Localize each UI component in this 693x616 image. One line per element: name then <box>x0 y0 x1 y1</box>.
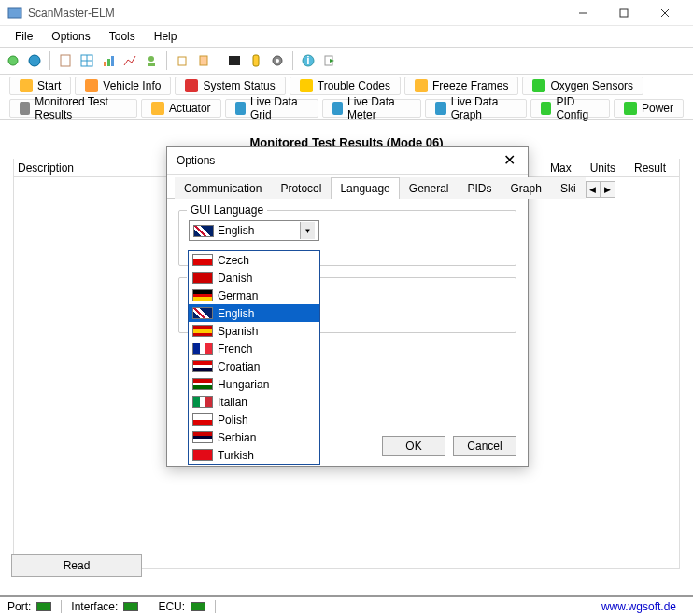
statusbar: Port: Interface: ECU: www.wgsoft.de <box>0 595 693 616</box>
flag-icon <box>192 272 213 284</box>
dialog-tab-general[interactable]: General <box>400 177 459 199</box>
language-option-hu[interactable]: Hungarian <box>189 375 319 393</box>
tool-grid-icon[interactable] <box>78 51 96 70</box>
tool-connect-icon[interactable] <box>4 51 22 70</box>
tab-actuator[interactable]: Actuator <box>141 99 221 118</box>
svg-rect-19 <box>253 55 259 66</box>
dialog-tab-language[interactable]: Language <box>331 177 399 199</box>
tool-device-icon[interactable] <box>247 51 265 70</box>
dialog-close-button[interactable]: ✕ <box>500 151 518 170</box>
language-option-en[interactable]: English <box>189 304 319 322</box>
tab-power[interactable]: Power <box>614 99 684 118</box>
dialog-tab-pids[interactable]: PIDs <box>459 177 502 199</box>
ok-button[interactable]: OK <box>382 436 446 456</box>
flag-icon <box>192 378 213 390</box>
menu-options[interactable]: Options <box>42 27 99 46</box>
tab-oxygen-sensors[interactable]: Oxygen Sensors <box>522 77 644 95</box>
tool-sheet-icon[interactable] <box>56 51 75 70</box>
dialog-tab-graph[interactable]: Graph <box>502 177 551 199</box>
language-option-label: Croatian <box>218 360 260 373</box>
language-dropdown: CzechDanishGermanEnglishSpanishFrenchCro… <box>188 250 320 465</box>
tool-gear-icon[interactable] <box>268 51 287 70</box>
language-option-tr[interactable]: Turkish <box>189 446 319 464</box>
menu-tools[interactable]: Tools <box>100 27 145 46</box>
cancel-button[interactable]: Cancel <box>453 436 516 456</box>
dialog-tab-communication[interactable]: Communication <box>175 177 271 199</box>
col-units: Units <box>581 161 625 175</box>
language-selected: English <box>218 224 254 237</box>
language-option-de[interactable]: German <box>189 287 319 304</box>
language-option-fr[interactable]: French <box>189 340 319 357</box>
minimize-button[interactable] <box>562 0 603 26</box>
menu-help[interactable]: Help <box>145 27 187 46</box>
read-button[interactable]: Read <box>11 554 142 577</box>
language-option-pl[interactable]: Polish <box>189 411 319 428</box>
tool-graph-icon[interactable] <box>120 51 139 70</box>
tab-trouble-codes[interactable]: Trouble Codes <box>290 77 401 95</box>
close-button[interactable] <box>644 0 686 26</box>
language-option-label: Italian <box>218 396 248 409</box>
port-led-icon <box>36 602 51 611</box>
tab-pid-config[interactable]: PID Config <box>530 99 610 118</box>
tool-globe-icon[interactable] <box>25 51 44 70</box>
dialog-title: Options <box>177 154 500 167</box>
language-option-label: Polish <box>218 413 248 427</box>
dialog-tabstrip: Communication Protocol Language General … <box>167 175 528 199</box>
tabs-scroll-left[interactable]: ◀ <box>586 181 601 198</box>
language-combobox[interactable]: English ▼ <box>189 220 319 241</box>
tab-vehicle-info[interactable]: Vehicle Info <box>75 77 171 95</box>
svg-rect-0 <box>8 8 21 18</box>
language-option-it[interactable]: Italian <box>189 393 319 411</box>
tool-copy-icon[interactable] <box>173 51 191 70</box>
language-option-label: French <box>218 343 252 356</box>
svg-rect-13 <box>111 56 114 66</box>
toolbar: i <box>0 47 693 75</box>
flag-icon <box>192 325 213 337</box>
tab-monitored-results[interactable]: Monitored Test Results <box>9 99 137 118</box>
svg-rect-18 <box>229 56 240 65</box>
flag-icon <box>192 289 213 301</box>
gui-language-legend: GUI Language <box>187 203 267 217</box>
tabs-scroll-right[interactable]: ▶ <box>601 181 615 198</box>
svg-text:i: i <box>306 54 309 67</box>
language-option-dk[interactable]: Danish <box>189 269 319 287</box>
language-option-label: Turkish <box>218 449 254 462</box>
flag-icon <box>192 396 213 408</box>
language-option-label: German <box>218 289 258 302</box>
tab-system-label: System Status <box>203 79 275 92</box>
tool-info-icon[interactable]: i <box>299 51 318 70</box>
tool-paste-icon[interactable] <box>194 51 213 70</box>
status-url-link[interactable]: www.wgsoft.de <box>601 600 686 613</box>
maximize-button[interactable] <box>603 0 644 26</box>
language-option-es[interactable]: Spanish <box>189 322 319 340</box>
flag-icon <box>192 307 213 319</box>
tab-trouble-label: Trouble Codes <box>318 79 390 92</box>
svg-rect-12 <box>107 59 110 66</box>
flag-icon <box>192 343 213 355</box>
tab-power-label: Power <box>642 102 673 115</box>
language-option-label: Serbian <box>218 431 256 444</box>
language-option-cz[interactable]: Czech <box>189 251 319 269</box>
language-option-hr[interactable]: Croatian <box>189 357 319 375</box>
tool-user-icon[interactable] <box>142 51 161 70</box>
tool-chart-icon[interactable] <box>99 51 118 70</box>
language-option-label: Spanish <box>218 325 258 338</box>
app-icon <box>7 6 22 21</box>
tab-start[interactable]: Start <box>9 77 71 95</box>
language-option-rs[interactable]: Serbian <box>189 428 319 446</box>
svg-rect-2 <box>620 9 628 17</box>
tab-live-data-grid[interactable]: Live Data Grid <box>225 99 318 118</box>
tab-live-data-graph[interactable]: Live Data Graph <box>425 99 527 118</box>
flag-icon <box>192 449 213 461</box>
dialog-tab-ski[interactable]: Ski <box>551 177 586 199</box>
language-option-label: Danish <box>218 272 252 285</box>
svg-point-21 <box>276 59 279 63</box>
tab-system-status[interactable]: System Status <box>175 77 285 95</box>
svg-point-14 <box>148 56 154 62</box>
tab-freeze-frames[interactable]: Freeze Frames <box>404 77 518 95</box>
tab-live-data-meter[interactable]: Live Data Meter <box>322 99 422 118</box>
tool-terminal-icon[interactable] <box>225 51 244 70</box>
menu-file[interactable]: File <box>6 27 42 46</box>
dialog-tab-protocol[interactable]: Protocol <box>271 177 331 199</box>
tool-exit-icon[interactable] <box>320 51 339 70</box>
